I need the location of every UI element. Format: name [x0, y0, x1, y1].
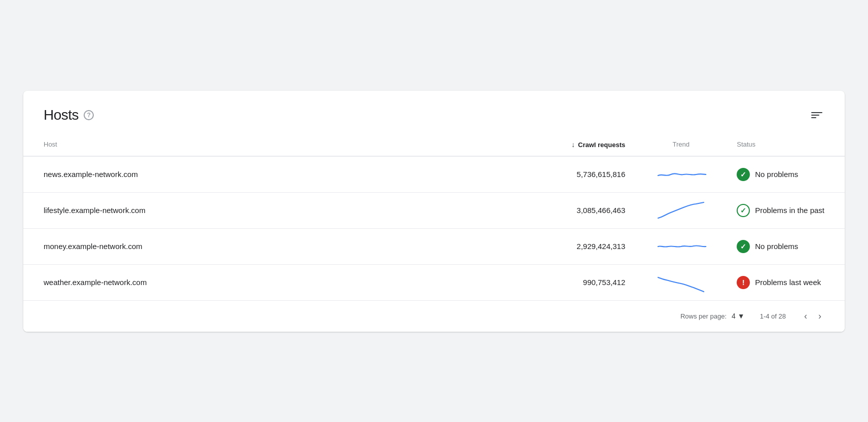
status-icon-problems: ! — [737, 276, 750, 289]
filter-button[interactable] — [809, 110, 824, 120]
cell-crawl-requests: 3,085,466,463 — [475, 192, 645, 228]
filter-line-3 — [811, 117, 816, 118]
status-icon-past-problems: ✓ — [737, 204, 750, 217]
status-icon-no-problems: ✓ — [737, 168, 750, 181]
cell-crawl-requests: 990,753,412 — [475, 264, 645, 300]
table-header: Host ↓Crawl requests Trend Status — [23, 133, 845, 156]
sort-down-icon: ↓ — [571, 140, 575, 149]
cell-host: news.example-network.com — [23, 156, 475, 193]
next-page-button[interactable]: › — [815, 309, 824, 324]
hosts-table: Host ↓Crawl requests Trend Status news.e… — [23, 133, 845, 300]
cell-trend — [645, 192, 716, 228]
trend-sparkline — [656, 236, 706, 257]
cell-status: !Problems last week — [716, 264, 845, 300]
cell-host: lifestyle.example-network.com — [23, 192, 475, 228]
trend-sparkline — [656, 272, 706, 293]
table-row[interactable]: lifestyle.example-network.com3,085,466,4… — [23, 192, 845, 228]
status-label: Problems in the past — [755, 206, 824, 215]
cell-trend — [645, 264, 716, 300]
rows-dropdown[interactable]: 4 ▼ — [732, 312, 745, 320]
rows-per-page-value: 4 — [732, 312, 736, 320]
cell-status: ✓Problems in the past — [716, 192, 845, 228]
hosts-card: Hosts ? Host ↓Crawl requests Trend S — [23, 91, 845, 332]
title-group: Hosts ? — [44, 107, 94, 123]
status-cell-content: ✓No problems — [737, 168, 824, 181]
col-header-status: Status — [716, 133, 845, 156]
col-header-crawl[interactable]: ↓Crawl requests — [475, 133, 645, 156]
cell-host: weather.example-network.com — [23, 264, 475, 300]
table-row[interactable]: money.example-network.com2,929,424,313 ✓… — [23, 228, 845, 264]
trend-sparkline — [656, 164, 706, 185]
cell-crawl-requests: 5,736,615,816 — [475, 156, 645, 193]
status-label: No problems — [755, 170, 798, 179]
table-row[interactable]: news.example-network.com5,736,615,816 ✓N… — [23, 156, 845, 193]
cell-status: ✓No problems — [716, 156, 845, 193]
card-header: Hosts ? — [23, 91, 845, 133]
filter-line-1 — [811, 112, 822, 113]
help-icon[interactable]: ? — [84, 110, 94, 120]
filter-line-2 — [811, 115, 819, 116]
cell-status: ✓No problems — [716, 228, 845, 264]
rows-per-page-label: Rows per page: — [680, 312, 727, 320]
table-footer: Rows per page: 4 ▼ 1-4 of 28 ‹ › — [23, 300, 845, 332]
status-label: No problems — [755, 242, 798, 251]
table-row[interactable]: weather.example-network.com990,753,412 !… — [23, 264, 845, 300]
pagination-nav: ‹ › — [801, 309, 824, 324]
status-label: Problems last week — [755, 278, 821, 287]
pagination-info: 1-4 of 28 — [760, 312, 786, 320]
rows-per-page-control: Rows per page: 4 ▼ — [680, 312, 745, 320]
status-cell-content: ✓No problems — [737, 240, 824, 253]
status-cell-content: !Problems last week — [737, 276, 824, 289]
status-icon-no-problems: ✓ — [737, 240, 750, 253]
trend-sparkline — [656, 200, 706, 221]
cell-crawl-requests: 2,929,424,313 — [475, 228, 645, 264]
table-body: news.example-network.com5,736,615,816 ✓N… — [23, 156, 845, 300]
prev-page-button[interactable]: ‹ — [801, 309, 810, 324]
cell-host: money.example-network.com — [23, 228, 475, 264]
cell-trend — [645, 156, 716, 193]
page-title: Hosts — [44, 107, 79, 123]
cell-trend — [645, 228, 716, 264]
col-header-trend: Trend — [645, 133, 716, 156]
col-header-host: Host — [23, 133, 475, 156]
dropdown-arrow-icon: ▼ — [738, 312, 745, 320]
status-cell-content: ✓Problems in the past — [737, 204, 824, 217]
